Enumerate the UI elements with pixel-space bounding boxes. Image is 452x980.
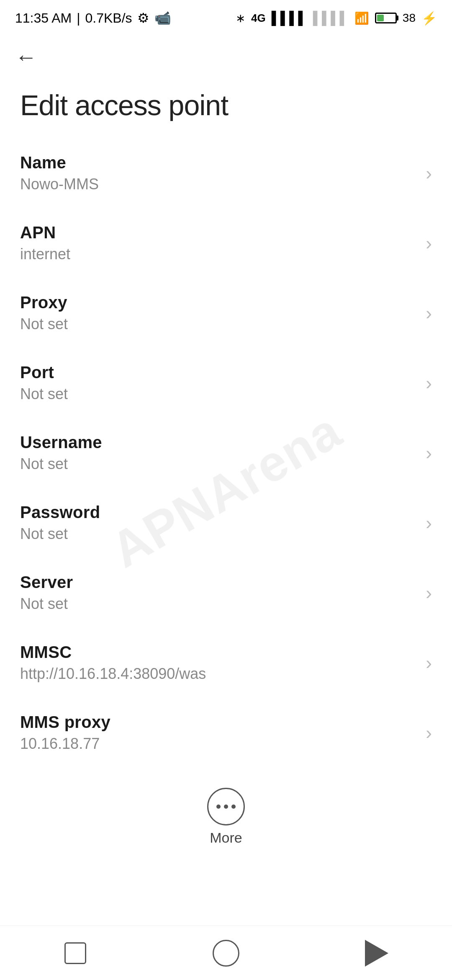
settings-item-name[interactable]: Name Nowo-MMS › [0, 138, 452, 208]
chevron-right-icon-name: › [426, 164, 432, 183]
chevron-right-icon-mmsc: › [426, 654, 432, 672]
signal-4g-icon: 4G [251, 12, 266, 25]
settings-item-apn-value: internet [20, 245, 417, 263]
more-label: More [210, 830, 242, 846]
settings-item-mmsc-label: MMSC [20, 643, 417, 662]
nav-back-button[interactable] [356, 932, 398, 974]
settings-item-mms-proxy-content: MMS proxy 10.16.18.77 [20, 713, 417, 753]
top-bar: ← [0, 34, 452, 76]
settings-item-proxy-value: Not set [20, 315, 417, 333]
nav-back-icon [365, 940, 388, 967]
nav-home-icon [213, 940, 239, 967]
settings-item-proxy-content: Proxy Not set [20, 293, 417, 333]
settings-item-proxy[interactable]: Proxy Not set › [0, 278, 452, 348]
settings-item-server-value: Not set [20, 595, 417, 613]
bluetooth-icon: ∗ [236, 11, 245, 25]
charging-icon: ⚡ [421, 11, 437, 26]
settings-item-username[interactable]: Username Not set › [0, 418, 452, 488]
status-bar: 11:35 AM | 0.7KB/s ⚙ 📹 ∗ 4G ▌▌▌▌ ▌▌▌▌ 📶 … [0, 0, 452, 34]
video-icon: 📹 [154, 10, 171, 26]
settings-item-port-label: Port [20, 363, 417, 382]
settings-item-port-content: Port Not set [20, 363, 417, 403]
status-right: ∗ 4G ▌▌▌▌ ▌▌▌▌ 📶 38 ⚡ [236, 11, 437, 26]
settings-item-name-value: Nowo-MMS [20, 175, 417, 193]
settings-item-name-label: Name [20, 153, 417, 172]
settings-item-username-value: Not set [20, 455, 417, 473]
settings-item-proxy-label: Proxy [20, 293, 417, 312]
settings-item-apn-content: APN internet [20, 223, 417, 263]
separator: | [77, 10, 80, 26]
settings-list: Name Nowo-MMS › APN internet › Proxy Not… [0, 138, 452, 768]
chevron-right-icon-mms-proxy: › [426, 724, 432, 742]
settings-item-password[interactable]: Password Not set › [0, 488, 452, 558]
signal-bars2-icon: ▌▌▌▌ [313, 11, 349, 25]
back-arrow-icon: ← [15, 46, 37, 68]
time-display: 11:35 AM [15, 10, 72, 26]
settings-item-apn[interactable]: APN internet › [0, 208, 452, 278]
settings-item-mms-proxy[interactable]: MMS proxy 10.16.18.77 › [0, 698, 452, 768]
chevron-right-icon-apn: › [426, 234, 432, 253]
status-left: 11:35 AM | 0.7KB/s ⚙ 📹 [15, 10, 171, 26]
nav-recents-icon [64, 942, 86, 964]
nav-home-button[interactable] [205, 932, 247, 974]
settings-item-mmsc[interactable]: MMSC http://10.16.18.4:38090/was › [0, 628, 452, 698]
signal-bars-icon: ▌▌▌▌ [272, 11, 307, 25]
settings-item-server-label: Server [20, 573, 417, 592]
chevron-right-icon-server: › [426, 584, 432, 602]
back-button[interactable]: ← [15, 46, 437, 68]
wifi-icon: 📶 [354, 11, 369, 25]
battery-percent: 38 [403, 11, 416, 25]
settings-item-username-content: Username Not set [20, 433, 417, 473]
settings-item-password-label: Password [20, 503, 417, 522]
settings-item-server-content: Server Not set [20, 573, 417, 613]
settings-item-password-content: Password Not set [20, 503, 417, 543]
nav-recents-button[interactable] [54, 932, 96, 974]
chevron-right-icon-username: › [426, 444, 432, 462]
page-title: Edit access point [0, 76, 452, 138]
settings-item-mms-proxy-label: MMS proxy [20, 713, 417, 732]
settings-item-port-value: Not set [20, 385, 417, 403]
settings-icon: ⚙ [137, 10, 149, 26]
chevron-right-icon-proxy: › [426, 304, 432, 322]
nav-bar [0, 926, 452, 980]
more-dot-3 [231, 805, 236, 809]
settings-item-password-value: Not set [20, 525, 417, 543]
settings-item-username-label: Username [20, 433, 417, 452]
more-button[interactable]: More [0, 768, 452, 859]
settings-item-mmsc-content: MMSC http://10.16.18.4:38090/was [20, 643, 417, 683]
more-dots-icon [207, 788, 245, 825]
chevron-right-icon-port: › [426, 374, 432, 392]
settings-item-port[interactable]: Port Not set › [0, 348, 452, 418]
settings-item-mmsc-value: http://10.16.18.4:38090/was [20, 665, 417, 683]
more-dot-2 [224, 805, 228, 809]
settings-item-server[interactable]: Server Not set › [0, 558, 452, 628]
battery-icon [375, 13, 397, 23]
settings-item-name-content: Name Nowo-MMS [20, 153, 417, 193]
chevron-right-icon-password: › [426, 514, 432, 532]
more-dot-1 [216, 805, 221, 809]
settings-item-mms-proxy-value: 10.16.18.77 [20, 735, 417, 753]
settings-item-apn-label: APN [20, 223, 417, 242]
speed-display: 0.7KB/s [85, 10, 132, 26]
